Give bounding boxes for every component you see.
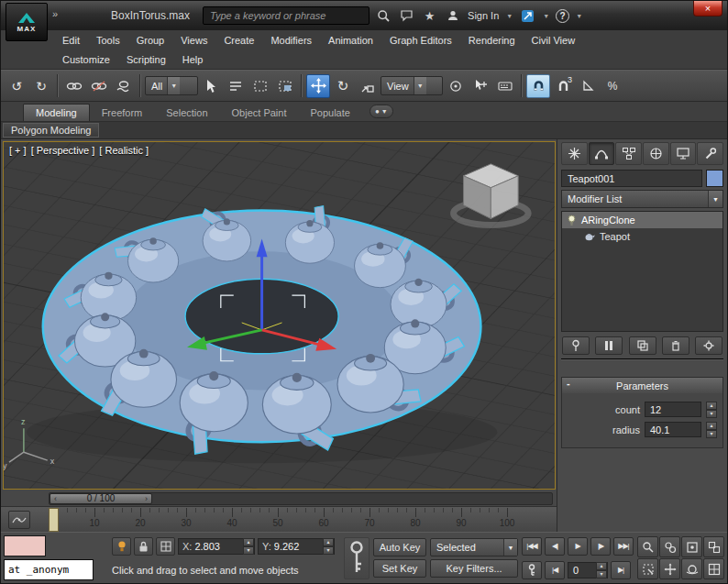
percent-snap-toggle-button[interactable]: % (601, 74, 624, 98)
menu-tools[interactable]: Tools (88, 35, 128, 46)
viewport-pov-menu[interactable]: [ Perspective ] (31, 145, 95, 156)
menu-graph-editors[interactable]: Graph Editors (381, 35, 460, 46)
select-object-button[interactable] (199, 74, 223, 98)
undo-button[interactable]: ↺ (5, 74, 28, 98)
ribbon-tab-selection[interactable]: Selection (154, 105, 219, 121)
current-frame-field[interactable]: 0 ▴▾ (568, 562, 608, 578)
zoom-all-button[interactable] (659, 536, 680, 557)
menu-create[interactable]: Create (215, 35, 262, 46)
next-frame-button[interactable]: |▶ (590, 537, 611, 556)
spinner-down-icon[interactable]: ▾ (706, 410, 717, 418)
search-icon[interactable] (375, 7, 392, 25)
go-to-end-button[interactable]: ▶▶| (613, 537, 634, 556)
spinner-up-icon[interactable]: ▴ (706, 402, 717, 410)
next-key-button[interactable]: ▶| (611, 561, 631, 579)
infocenter-icon[interactable] (519, 7, 536, 25)
chevron-down-icon[interactable]: ▼ (543, 13, 549, 19)
spinner-up-icon[interactable]: ▴ (706, 422, 717, 430)
y-coordinate-field[interactable]: Y: 9.262 ▴▾ (258, 538, 335, 555)
tab-utilities[interactable] (697, 142, 723, 165)
configure-modifier-sets-button[interactable] (695, 336, 722, 355)
menu-views[interactable]: Views (172, 35, 215, 46)
use-pivot-center-button[interactable] (444, 74, 468, 98)
key-filters-button[interactable]: Key Filters... (430, 559, 518, 578)
spinner-up-icon[interactable]: ▴ (596, 562, 607, 570)
remove-modifier-button[interactable] (662, 336, 689, 355)
count-spinner[interactable]: ▴▾ (706, 402, 717, 417)
select-and-scale-button[interactable] (356, 74, 380, 98)
select-by-name-button[interactable] (224, 74, 248, 98)
previous-frame-arrow-icon[interactable]: ‹ (54, 494, 57, 503)
spinner-down-icon[interactable]: ▾ (323, 546, 334, 555)
tab-create[interactable] (561, 142, 588, 165)
maxscript-listener-line[interactable]: at _anonym (4, 559, 94, 580)
selection-filter-dropdown[interactable]: All ▼ (145, 76, 198, 95)
set-key-button[interactable]: Set Key (373, 559, 426, 578)
zoom-extents-all-button[interactable] (703, 536, 724, 557)
x-spinner[interactable]: ▴▾ (243, 538, 254, 554)
ribbon-config-button[interactable]: ●▼ (370, 105, 393, 118)
tab-modify[interactable] (589, 142, 615, 165)
auto-key-button[interactable]: Auto Key (373, 538, 426, 556)
modifier-stack[interactable]: ARingClone Teapot (561, 211, 723, 332)
y-spinner[interactable]: ▴▾ (323, 538, 334, 554)
select-and-manipulate-button[interactable] (469, 74, 492, 98)
snaps-toggle-button[interactable] (526, 74, 550, 98)
search-input[interactable] (203, 6, 370, 25)
reference-coordinate-dropdown[interactable]: View ▼ (381, 76, 443, 95)
select-and-rotate-button[interactable]: ↻ (331, 74, 355, 98)
play-button[interactable]: ▶ (568, 537, 588, 556)
quick-toolbar-overflow-chevron[interactable]: » (52, 8, 58, 19)
menu-edit[interactable]: Edit (54, 35, 88, 46)
ribbon-tab-freeform[interactable]: Freeform (90, 105, 155, 121)
unlink-selection-button[interactable] (87, 74, 111, 98)
time-slider-track[interactable]: ‹ 0 / 100 › (49, 492, 553, 505)
chevron-down-icon[interactable]: ▼ (506, 13, 513, 19)
next-frame-arrow-icon[interactable]: › (145, 494, 148, 503)
communication-center-icon[interactable] (398, 7, 415, 25)
ribbon-tab-object-paint[interactable]: Object Paint (220, 105, 299, 121)
menu-scripting[interactable]: Scripting (118, 54, 174, 65)
select-and-link-button[interactable] (62, 74, 86, 98)
viewport-shading-menu[interactable]: [ Realistic ] (99, 145, 149, 156)
polygon-modeling-panel-button[interactable]: Polygon Modeling (3, 123, 99, 138)
keyboard-shortcut-override-button[interactable] (493, 74, 517, 98)
app-logo-button[interactable]: MAX (6, 3, 48, 41)
parameters-rollout-header[interactable]: - Parameters (562, 378, 722, 393)
current-frame-marker[interactable] (49, 508, 59, 532)
bind-to-space-warp-button[interactable] (112, 74, 136, 98)
angle-snap-toggle-button[interactable] (576, 74, 600, 98)
make-unique-button[interactable] (629, 336, 656, 355)
menu-rendering[interactable]: Rendering (460, 35, 524, 46)
set-keys-button[interactable] (344, 537, 370, 579)
chevron-down-icon[interactable]: ▼ (576, 13, 582, 19)
radius-field[interactable]: 40.1 (645, 422, 701, 437)
maxscript-macro-recorder-line[interactable] (4, 535, 46, 556)
menu-group[interactable]: Group (128, 35, 173, 46)
object-color-swatch[interactable] (706, 170, 723, 187)
spinner-up-icon[interactable]: ▴ (323, 538, 334, 546)
viewport-general-menu[interactable]: [ + ] (9, 145, 27, 156)
previous-frame-button[interactable]: ◀| (545, 537, 565, 556)
object-name-field[interactable]: Teapot001 (561, 170, 702, 187)
modifier-list-dropdown[interactable]: Modifier List ▼ (561, 190, 723, 208)
rectangular-selection-region-button[interactable] (248, 74, 272, 98)
menu-animation[interactable]: Animation (320, 35, 381, 46)
pan-button[interactable] (659, 558, 680, 579)
x-coordinate-field[interactable]: X: 2.803 ▴▾ (178, 538, 255, 555)
menu-civil-view[interactable]: Civil View (524, 35, 583, 46)
isolate-selection-button[interactable] (112, 537, 131, 556)
menu-modifiers[interactable]: Modifiers (262, 35, 320, 46)
ribbon-tab-populate[interactable]: Populate (298, 105, 361, 121)
menu-help[interactable]: Help (174, 54, 212, 65)
zoom-button[interactable] (637, 536, 658, 557)
selection-lock-button[interactable] (134, 537, 153, 556)
tab-hierarchy[interactable] (615, 142, 642, 165)
signin-person-icon[interactable] (444, 7, 461, 25)
perspective-viewport[interactable]: [ + ] [ Perspective ] [ Realistic ] zxy (3, 141, 556, 490)
spinner-down-icon[interactable]: ▾ (706, 430, 717, 438)
tab-motion[interactable] (643, 142, 669, 165)
radius-spinner[interactable]: ▴▾ (706, 422, 717, 437)
key-mode-toggle-button[interactable] (522, 561, 542, 579)
sign-in-link[interactable]: Sign In (468, 10, 499, 21)
